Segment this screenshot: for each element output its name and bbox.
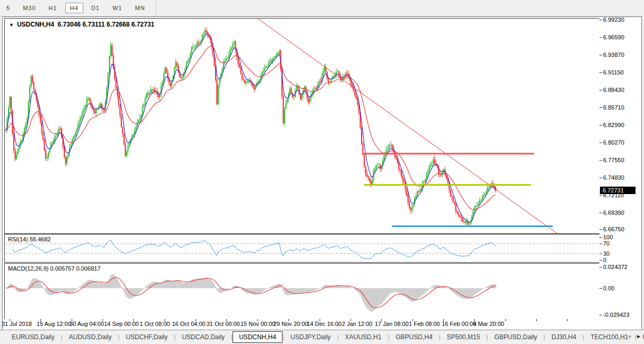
price-axis-label: 6.77550: [603, 157, 624, 163]
chart-tab-dj30-h4[interactable]: DJ30,H4: [545, 331, 583, 343]
price-axis-label: 6.82990: [603, 122, 624, 128]
date-axis-tick: [536, 319, 537, 321]
macd-axis-label-tick: [599, 315, 602, 315]
date-axis[interactable]: 31 Jul 201815 Aug 12:0030 Aug 04:0014 Se…: [3, 319, 641, 329]
date-axis-label: 15 Aug 12:00: [37, 321, 71, 327]
rsi-axis-label-tick: [599, 254, 602, 254]
chart-symbol-label: USDCNH,H4: [17, 21, 54, 28]
rsi-axis-label: 100: [603, 234, 613, 240]
tab-scroll-left-icon[interactable]: ◄: [626, 333, 632, 339]
price-axis-label: 6.91150: [603, 69, 624, 75]
current-price-tag: 6.72731: [600, 187, 636, 194]
macd-chart: [5, 264, 600, 319]
price-axis-label: 6.88430: [603, 87, 624, 93]
chart-tab-sp500-m15[interactable]: SP500,M15: [441, 331, 487, 343]
date-axis-label: 31 Jul 2018: [2, 321, 32, 327]
candlestick-chart[interactable]: [5, 19, 600, 233]
chart-title: ▼USDCNH,H4 6.73046 6.73111 6.72668 6.727…: [9, 21, 154, 28]
chart-window: ▼USDCNH,H4 6.73046 6.73111 6.72668 6.727…: [2, 16, 642, 330]
chart-quote-values: 6.73046 6.73111 6.72668 6.72731: [58, 21, 154, 28]
date-axis-label: 14 Dec 16:00: [307, 321, 341, 327]
macd-axis-label: -0.029423: [603, 312, 630, 318]
chart-tab-usdchf-daily[interactable]: USDCHF,Daily: [119, 331, 174, 343]
date-axis-label: 29 Nov 20:00: [273, 321, 308, 327]
date-axis-label: 30 Aug 04:00: [70, 321, 104, 327]
timeframe-button-h1[interactable]: H1: [44, 3, 62, 13]
rsi-axis-label-tick: [599, 237, 602, 238]
date-axis-label: 1 Oct 08:00: [140, 321, 170, 327]
rsi-axis-label: 30: [603, 250, 609, 257]
toolbar-separator: [156, 1, 156, 15]
date-axis-label: 15 Nov 00:00: [241, 321, 275, 327]
chart-tab-gbpusd-h4[interactable]: GBPUSD,H4: [389, 331, 439, 343]
date-axis-label: 16 Feb 00:00: [442, 321, 476, 327]
price-axis-label-tick: [599, 37, 602, 38]
macd-axis-label: 0.024372: [603, 264, 628, 270]
chart-tab-usdcad-daily[interactable]: USDCAD,Daily: [176, 331, 231, 343]
macd-label: MACD(12,26,9) 0.005757 0.006817: [8, 265, 100, 272]
chart-tab-usdcnh-h4[interactable]: USDCNH,H4: [233, 331, 282, 343]
date-axis-tick: [567, 319, 568, 321]
date-axis-label: 31 Oct 00:00: [207, 321, 240, 327]
price-axis-label: 6.80270: [603, 139, 624, 146]
tab-scroll-right-icon[interactable]: ►: [636, 333, 641, 339]
chart-tab-usdjpy-daily[interactable]: USDJPY,Daily: [284, 331, 337, 343]
chart-tab-xauusd-h1[interactable]: XAUUSD,H1: [339, 331, 388, 343]
price-axis-label: 6.93870: [603, 52, 624, 58]
rsi-panel[interactable]: RSI(14) 55.4682: [4, 234, 600, 263]
chart-tab-gbpusd-daily[interactable]: GBPUSD,Daily: [488, 331, 544, 343]
chart-tab-bar: EURUSD,Daily|AUDUSD,Daily|USDCHF,Daily|U…: [0, 330, 644, 344]
price-axis-label: 6.85710: [603, 104, 624, 111]
timeframe-toolbar: 5M30H1H4D1W1MN: [0, 0, 644, 16]
price-axis-label: 6.74830: [603, 174, 624, 181]
rsi-axis-label-tick: [599, 244, 602, 244]
timeframe-button-w1[interactable]: W1: [108, 3, 127, 13]
date-axis-label: 1 Feb 08:00: [409, 321, 440, 327]
rsi-axis-label: 70: [603, 240, 609, 247]
price-axis-label-tick: [599, 195, 602, 196]
date-axis-label: 4 Mar 20:00: [473, 321, 504, 327]
chart-collapse-icon[interactable]: ▼: [9, 22, 14, 28]
rsi-label: RSI(14) 55.4682: [8, 236, 51, 242]
timeframe-button-5[interactable]: 5: [2, 3, 15, 13]
rsi-axis-label-tick: [599, 260, 602, 261]
price-axis-label-tick: [599, 20, 602, 20]
price-axis-label-tick: [599, 72, 602, 73]
timeframe-button-mn[interactable]: MN: [130, 3, 150, 13]
price-axis-label-tick: [599, 90, 602, 90]
macd-axis-label-tick: [599, 267, 602, 267]
chart-tab-audusd-daily[interactable]: AUDUSD,Daily: [63, 331, 118, 343]
chart-tab-eurusd-daily[interactable]: EURUSD,Daily: [5, 331, 61, 343]
price-axis-label-tick: [599, 160, 602, 161]
price-axis-label: 6.96590: [603, 34, 624, 40]
price-axis-label-tick: [599, 125, 602, 125]
price-chart-panel[interactable]: ▼USDCNH,H4 6.73046 6.73111 6.72668 6.727…: [4, 18, 600, 234]
price-axis-label-tick: [599, 107, 602, 108]
tab-scroll-arrows: ◄►: [626, 333, 641, 339]
price-axis-label: 6.69390: [603, 209, 624, 216]
price-axis-label-tick: [599, 178, 602, 178]
price-axis[interactable]: 6.992306.965906.938706.911506.884306.857…: [599, 17, 641, 319]
macd-axis-label-tick: [599, 288, 602, 289]
timeframe-button-m30[interactable]: M30: [18, 3, 40, 13]
price-axis-label: 6.99230: [603, 16, 624, 23]
rsi-axis-label: 0: [603, 257, 606, 263]
macd-panel[interactable]: MACD(12,26,9) 0.005757 0.006817: [4, 263, 600, 320]
price-axis-label-tick: [599, 229, 602, 230]
date-axis-label: 16 Oct 04:00: [172, 321, 205, 327]
timeframe-button-h4[interactable]: H4: [65, 3, 83, 13]
rsi-chart: [5, 234, 600, 262]
date-axis-tick: [505, 319, 506, 321]
price-axis-label-tick: [599, 213, 602, 213]
date-axis-label: 14 Sep 00:00: [104, 321, 139, 327]
timeframe-button-d1[interactable]: D1: [87, 3, 105, 13]
price-axis-label-tick: [599, 55, 602, 55]
price-axis-label: 6.66750: [603, 226, 624, 232]
date-axis-label: 2 Jan 12:00: [342, 321, 373, 327]
price-axis-label-tick: [599, 142, 602, 143]
date-axis-label: 17 Jan 08:00: [375, 321, 409, 327]
macd-axis-label: 0.00: [603, 285, 614, 291]
